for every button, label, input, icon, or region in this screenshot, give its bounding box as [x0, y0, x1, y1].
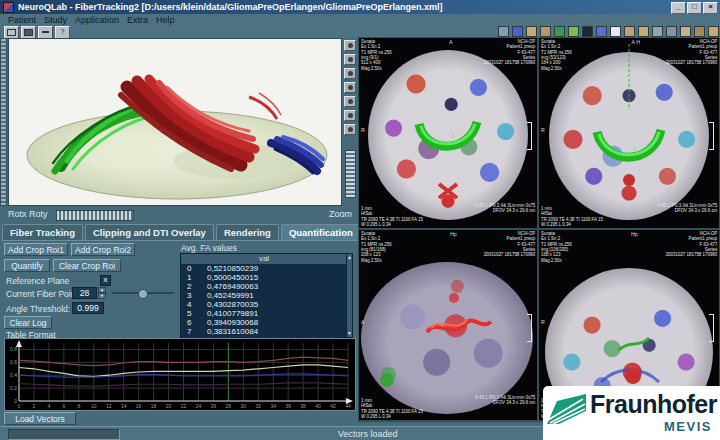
- settings-icon[interactable]: [344, 124, 356, 135]
- module-icon[interactable]: [554, 26, 565, 37]
- module-icon[interactable]: [498, 26, 509, 37]
- svg-text:32: 32: [255, 403, 261, 409]
- current-fiber-point-field[interactable]: 28: [72, 287, 97, 299]
- module-icon[interactable]: [526, 26, 537, 37]
- module-icon[interactable]: [624, 26, 635, 37]
- title-bar[interactable]: NeuroQLab - FiberTracking2 [D:/users/kle…: [0, 0, 720, 14]
- svg-text:20: 20: [166, 403, 172, 409]
- module-icon[interactable]: [610, 26, 621, 37]
- menu-patient[interactable]: Patient: [8, 15, 36, 25]
- fa-table-row[interactable]: 30,452459991: [181, 291, 347, 300]
- fiber-3d-viewport[interactable]: [8, 38, 342, 206]
- orientation-marker-side: A: [361, 319, 365, 325]
- fa-table-row[interactable]: 70,3831610084: [181, 327, 347, 336]
- svg-text:4: 4: [48, 403, 51, 409]
- row-value: 0,5000450015: [207, 273, 347, 282]
- add-crop-roi1-button[interactable]: Add Crop Roi1: [4, 243, 68, 256]
- module-icon[interactable]: [708, 26, 719, 37]
- coronal-view[interactable]: 1 Sonata Ex 1 Sn 2 T1 MPR ns 256 img (53…: [539, 38, 719, 228]
- sagittal-view[interactable]: Sonata Ex 1 Sn 2 T1 MPR ns 256 img (81/1…: [359, 230, 537, 420]
- scroll-down-icon[interactable]: ▼: [347, 331, 352, 336]
- row-index: 5: [181, 309, 207, 318]
- svg-text:26: 26: [211, 403, 217, 409]
- row-value: 0,3940930068: [207, 318, 347, 327]
- svg-text:1: 1: [633, 145, 637, 151]
- menu-help[interactable]: Help: [156, 15, 175, 25]
- fa-table-row[interactable]: 20,4769490063: [181, 282, 347, 291]
- app-icon: [3, 2, 14, 13]
- svg-text:0.8: 0.8: [10, 346, 17, 352]
- rotate-y-thumbwheel[interactable]: [56, 210, 134, 221]
- row-index: 7: [181, 327, 207, 336]
- slider-thumb[interactable]: [138, 289, 148, 299]
- svg-text:10: 10: [91, 403, 97, 409]
- fa-table-row[interactable]: 50,4100779891: [181, 309, 347, 318]
- quantify-button[interactable]: Quantify: [4, 259, 50, 272]
- fa-table-row[interactable]: 10,5000450015: [181, 273, 347, 282]
- fa-table-row[interactable]: 40,4302870035: [181, 300, 347, 309]
- light-icon[interactable]: [344, 96, 356, 107]
- minimize-button[interactable]: _: [671, 2, 686, 14]
- row-index: 1: [181, 273, 207, 282]
- clear-log-button[interactable]: Clear Log: [4, 316, 52, 329]
- svg-text:1: 1: [451, 133, 455, 139]
- module-icon[interactable]: [638, 26, 649, 37]
- module-icon[interactable]: [582, 26, 593, 37]
- clear-crop-roi-button[interactable]: Clear Crop Roi: [53, 259, 121, 272]
- angle-threshold-label: Angle Threshold:: [6, 304, 70, 314]
- fa-table-row[interactable]: 60,3940930068: [181, 318, 347, 327]
- module-icon[interactable]: [540, 26, 551, 37]
- svg-text:0.6: 0.6: [10, 359, 17, 365]
- series-info-overlay: Sonata Ex 1 Sn 2 T1 MPR ns 256 img (106/…: [541, 231, 572, 263]
- orientation-marker-top: Hp: [631, 231, 638, 237]
- add-crop-roi2-button[interactable]: Add Crop Roi2: [71, 243, 135, 256]
- angle-threshold-field[interactable]: 0.999: [72, 302, 104, 314]
- tab-quantification[interactable]: Quantification: [281, 224, 361, 240]
- row-index: 0: [181, 264, 207, 273]
- rotate-x-thumbwheel[interactable]: [0, 38, 7, 206]
- series-info-overlay: Sonata Ex 1 Sn 2 T1 MPR ns 256 img (53/1…: [541, 39, 572, 71]
- module-icon[interactable]: [568, 26, 579, 37]
- reference-plane-checkbox[interactable]: x: [100, 275, 111, 286]
- restore-button[interactable]: □: [687, 2, 702, 14]
- fa-values-table[interactable]: val 00,521085023910,500045001520,4769490…: [180, 253, 348, 340]
- fiber-point-slider[interactable]: [112, 292, 174, 294]
- module-icon[interactable]: [694, 26, 705, 37]
- scroll-up-icon[interactable]: ▲: [347, 255, 352, 260]
- module-icon[interactable]: [680, 26, 691, 37]
- reference-plane-label: Reference Plane: [6, 276, 69, 286]
- geometry-info-overlay: 0.45 1 /P0.3 /Ht 3Lin-mm 0x75 DFOV 34.3 …: [475, 203, 535, 214]
- zoom-thumbwheel[interactable]: [345, 150, 356, 198]
- module-icon[interactable]: [666, 26, 677, 37]
- menu-extra[interactable]: Extra: [127, 15, 148, 25]
- orientation-marker-side: R: [541, 319, 545, 325]
- scale-bracket: [709, 122, 714, 150]
- tab-fiber-tracking[interactable]: Fiber Tracking: [2, 224, 83, 240]
- fa-table-scrollbar[interactable]: ▲ ▼: [346, 253, 353, 338]
- application-window: NeuroQLab - FiberTracking2 [D:/users/kle…: [0, 0, 720, 440]
- snapshot-icon[interactable]: [344, 110, 356, 121]
- menu-application[interactable]: Application: [75, 15, 119, 25]
- fiber-point-stepper[interactable]: ▲▼: [98, 287, 106, 299]
- orientation-marker-top: A H: [632, 39, 640, 45]
- pointer-icon[interactable]: [344, 40, 356, 51]
- eye-icon[interactable]: [344, 82, 356, 93]
- module-icon[interactable]: [512, 26, 523, 37]
- svg-text:42: 42: [330, 403, 336, 409]
- tab-clipping-and-dti-overlay[interactable]: Clipping and DTI Overlay: [85, 224, 214, 240]
- module-icon[interactable]: [596, 26, 607, 37]
- axial-view[interactable]: 1 Sonata Ex 1 Sn 2 T1 MPR ns 256 img (9/…: [359, 38, 537, 228]
- load-vectors-button[interactable]: Load Vectors: [4, 412, 76, 425]
- svg-text:0: 0: [14, 398, 17, 404]
- module-icon[interactable]: [652, 26, 663, 37]
- camera-icon[interactable]: [344, 68, 356, 79]
- close-button[interactable]: ×: [703, 2, 718, 14]
- tab-rendering[interactable]: Rendering: [216, 224, 279, 240]
- svg-text:2: 2: [33, 403, 36, 409]
- orientation-marker-top: A: [449, 39, 453, 45]
- fa-table-row[interactable]: 00,5210850239: [181, 264, 347, 273]
- svg-text:0.4: 0.4: [10, 372, 17, 378]
- menu-study[interactable]: Study: [44, 15, 67, 25]
- svg-text:24: 24: [196, 403, 202, 409]
- rotate-icon[interactable]: [344, 54, 356, 65]
